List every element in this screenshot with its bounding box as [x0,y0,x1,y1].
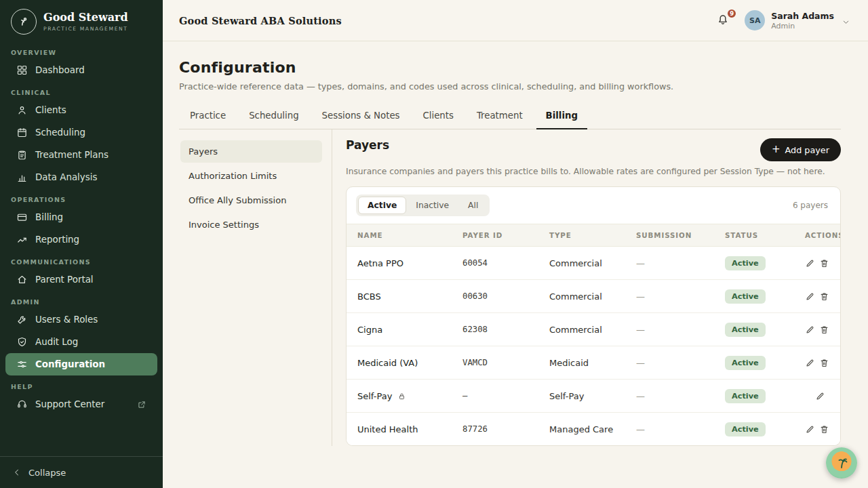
delete-button[interactable] [819,320,829,339]
collapse-label: Collapse [28,468,66,478]
sidebar-item-label: Parent Portal [35,274,94,285]
sidebar-item-configuration[interactable]: Configuration [5,353,157,375]
tab-sessions-notes[interactable]: Sessions & Notes [313,103,410,129]
sidebar-collapse-button[interactable]: Collapse [0,456,163,488]
subnav-item-office-ally-submission[interactable]: Office Ally Submission [180,189,322,211]
tab-practice[interactable]: Practice [180,103,235,129]
status-badge: Active [725,323,766,337]
status-badge: Active [725,389,766,403]
island-chat-widget-button[interactable] [826,447,857,479]
clipboard-icon [16,149,28,161]
tab-scheduling[interactable]: Scheduling [239,103,308,129]
sidebar-item-clients[interactable]: Clients [5,99,157,121]
user-name: Sarah Adams [771,11,834,21]
payer-type: Commercial [538,280,625,313]
pencil-icon [805,424,815,434]
col-status: STATUS [714,224,794,247]
payer-type: Medicaid [538,346,625,380]
sidebar-item-billing[interactable]: Billing [5,206,157,228]
sidebar-item-treatment-plans[interactable]: Treatment Plans [5,144,157,166]
calendar-icon [16,127,28,138]
payer-name: United Health [357,424,441,434]
filter-active[interactable]: Active [358,197,406,214]
nav-section-admin: ADMIN [0,291,163,308]
payer-id: 60054 [452,247,538,280]
bar-chart-icon [16,171,28,183]
home-icon [16,274,28,285]
payers-description: Insurance companies and payers this prac… [346,167,841,176]
pencil-icon [805,358,815,368]
col-type: TYPE [538,224,625,247]
edit-button[interactable] [810,386,829,405]
dashboard-icon [16,64,28,76]
notifications-button[interactable]: 9 [716,12,732,28]
sidebar-item-reporting[interactable]: Reporting [5,228,157,251]
config-tabs: Practice Scheduling Sessions & Notes Cli… [179,103,841,129]
sidebar-item-scheduling[interactable]: Scheduling [5,121,157,144]
tab-treatment[interactable]: Treatment [467,103,532,129]
trash-icon [819,358,829,368]
tab-clients[interactable]: Clients [414,103,463,129]
payer-id: 87726 [452,413,538,446]
subnav-item-authorization-limits[interactable]: Authorization Limits [180,165,322,187]
sidebar-item-dashboard[interactable]: Dashboard [5,59,157,81]
page-title: Configuration [179,59,841,76]
col-actions: ACTIONS [794,224,840,247]
table-row: Aetna PPO 60054 Commercial — Active [347,247,840,280]
credit-card-icon [16,211,28,223]
plus-icon: + [772,144,781,155]
table-row: Cigna 62308 Commercial — Active [347,313,840,346]
wrench-icon [16,314,28,325]
sidebar-item-users-roles[interactable]: Users & Roles [5,308,157,331]
nav-section-help: HELP [0,375,163,393]
nav-section-clinical: CLINICAL [0,81,163,99]
sidebar-item-audit-log[interactable]: Audit Log [5,331,157,353]
edit-button[interactable] [805,253,815,272]
edit-button[interactable] [805,420,815,439]
delete-button[interactable] [819,353,829,372]
subnav-item-invoice-settings[interactable]: Invoice Settings [180,214,322,236]
sidebar-item-data-analysis[interactable]: Data Analysis [5,166,157,188]
brand-text: Good Steward PRACTICE MANAGEMENT [43,12,128,32]
sidebar-item-support-center[interactable]: Support Center [5,393,157,415]
add-payer-label: Add payer [785,145,829,155]
sidebar-item-label: Configuration [35,359,105,369]
col-submission: SUBMISSION [625,224,714,247]
delete-button[interactable] [819,287,829,306]
payer-id: 00630 [452,280,538,313]
brand: Good Steward PRACTICE MANAGEMENT [0,0,163,41]
sidebar-item-label: Users & Roles [35,314,98,325]
sidebar-item-label: Support Center [35,399,104,409]
delete-button[interactable] [819,420,829,439]
app-window: Good Steward PRACTICE MANAGEMENT OVERVIE… [0,0,868,488]
sidebar: Good Steward PRACTICE MANAGEMENT OVERVIE… [0,0,163,488]
table-row: BCBS 00630 Commercial — Active [347,280,840,313]
add-payer-button[interactable]: + Add payer [760,138,841,161]
chevron-down-icon [842,16,850,25]
payer-submission: — [625,380,714,413]
payer-name: Medicaid (VA) [357,358,441,368]
payer-type: Managed Care [538,413,625,446]
payers-header: Payers + Add payer [346,138,841,161]
payer-submission: — [625,280,714,313]
edit-button[interactable] [805,320,815,339]
filter-inactive[interactable]: Inactive [406,197,458,214]
user-menu[interactable]: SA Sarah Adams Admin [745,10,850,30]
tab-billing[interactable]: Billing [536,103,587,129]
edit-button[interactable] [805,353,815,372]
payer-name: Cigna [357,325,441,335]
edit-button[interactable] [805,287,815,306]
sidebar-item-label: Billing [35,212,63,222]
filter-all[interactable]: All [458,197,488,214]
brand-name: Good Steward [43,12,128,24]
sidebar-item-parent-portal[interactable]: Parent Portal [5,268,157,291]
delete-button[interactable] [819,253,829,272]
payer-name: Self-Pay [357,391,392,401]
nav-section-operations: OPERATIONS [0,188,163,206]
sidebar-item-label: Dashboard [35,65,85,75]
subnav-item-payers[interactable]: Payers [180,140,322,163]
user-info: Sarah Adams Admin [771,11,834,30]
lock-icon [397,392,406,401]
trash-icon [819,291,829,302]
pencil-icon [805,325,815,335]
